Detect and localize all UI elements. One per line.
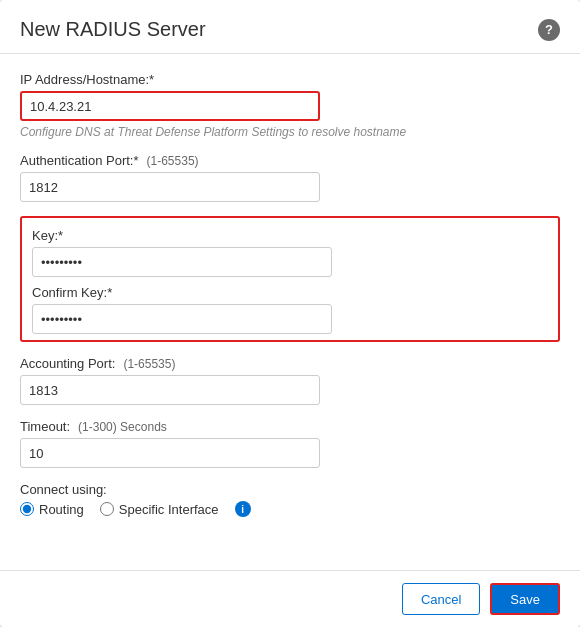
auth-port-label: Authentication Port:*	[20, 153, 139, 168]
new-radius-server-dialog: New RADIUS Server ? IP Address/Hostname:…	[0, 0, 580, 627]
auth-port-group: Authentication Port:* (1-65535)	[20, 153, 560, 202]
save-button[interactable]: Save	[490, 583, 560, 615]
timeout-input[interactable]	[20, 438, 320, 468]
accounting-port-input[interactable]	[20, 375, 320, 405]
dialog-header: New RADIUS Server ?	[0, 0, 580, 54]
specific-interface-label: Specific Interface	[119, 502, 219, 517]
routing-option[interactable]: Routing	[20, 502, 84, 517]
specific-interface-option[interactable]: Specific Interface	[100, 502, 219, 517]
connect-using-group: Connect using: Routing Specific Interfac…	[20, 482, 560, 517]
connect-using-radio-group: Routing Specific Interface i	[20, 501, 560, 517]
confirm-key-label: Confirm Key:*	[32, 285, 548, 300]
key-section: Key:* Confirm Key:*	[20, 216, 560, 342]
key-label: Key:*	[32, 228, 548, 243]
timeout-group: Timeout: (1-300) Seconds	[20, 419, 560, 468]
dialog-body: IP Address/Hostname:* Configure DNS at T…	[0, 54, 580, 570]
timeout-hint: (1-300) Seconds	[78, 420, 167, 434]
key-input[interactable]	[32, 247, 332, 277]
auth-port-hint: (1-65535)	[147, 154, 199, 168]
ip-address-hint: Configure DNS at Threat Defense Platform…	[20, 125, 560, 139]
ip-address-input[interactable]	[20, 91, 320, 121]
cancel-button[interactable]: Cancel	[402, 583, 480, 615]
accounting-port-hint: (1-65535)	[123, 357, 175, 371]
dialog-title: New RADIUS Server	[20, 18, 206, 41]
auth-port-input[interactable]	[20, 172, 320, 202]
specific-interface-radio[interactable]	[100, 502, 114, 516]
auth-port-label-row: Authentication Port:* (1-65535)	[20, 153, 560, 168]
key-group: Key:*	[32, 228, 548, 277]
ip-address-label: IP Address/Hostname:*	[20, 72, 560, 87]
connect-using-label: Connect using:	[20, 482, 560, 497]
routing-label: Routing	[39, 502, 84, 517]
accounting-port-label: Accounting Port:	[20, 356, 115, 371]
timeout-label: Timeout:	[20, 419, 70, 434]
dialog-footer: Cancel Save	[0, 570, 580, 627]
confirm-key-input[interactable]	[32, 304, 332, 334]
routing-radio[interactable]	[20, 502, 34, 516]
accounting-port-group: Accounting Port: (1-65535)	[20, 356, 560, 405]
timeout-label-row: Timeout: (1-300) Seconds	[20, 419, 560, 434]
confirm-key-group: Confirm Key:*	[32, 285, 548, 334]
connect-using-info-icon[interactable]: i	[235, 501, 251, 517]
ip-address-group: IP Address/Hostname:* Configure DNS at T…	[20, 72, 560, 139]
accounting-port-label-row: Accounting Port: (1-65535)	[20, 356, 560, 371]
help-icon[interactable]: ?	[538, 19, 560, 41]
